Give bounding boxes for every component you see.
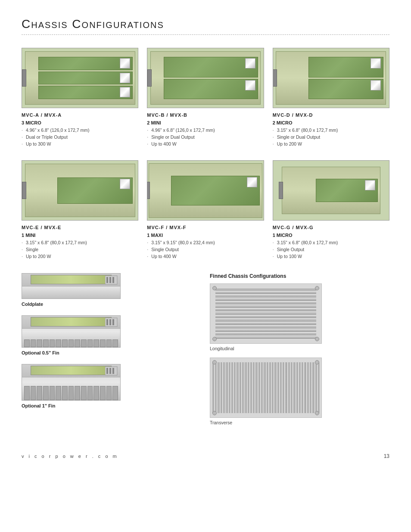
chassis-card-mvc-e: MVC-E / MVX-E 1 MINI 3.15" x 6.8" (80,0 …	[22, 160, 138, 260]
chassis-card-mvc-f: MVC-F / MVX-F 1 MAXI 3.15" x 9.15" (80,0…	[147, 160, 264, 260]
spec-item: Dual or Triple Output	[22, 134, 138, 141]
transverse-fins	[210, 358, 321, 417]
screw-br	[315, 337, 319, 341]
svg-rect-3	[112, 277, 114, 283]
chassis-model-mvc-f: MVC-F / MVX-F	[147, 225, 264, 230]
chassis-model-mvc-a: MVC-A / MVX-A	[22, 112, 138, 118]
screw-bl-2	[212, 411, 217, 415]
finned-transverse-label: Transverse	[210, 420, 389, 425]
optional-1-label: Optional 1" Fin	[22, 403, 201, 408]
spec-item: Up to 200 W	[273, 141, 389, 148]
spec-item: Single or Dual Output	[147, 134, 264, 141]
page-footer: v i c o r p o w e r . c o m 13	[22, 449, 389, 459]
coldplate-image	[22, 273, 121, 299]
finned-transverse-image	[210, 358, 322, 418]
coldplate-item: Coldplate	[22, 273, 201, 307]
spec-item: 4.96" x 6.8" (126,0 x 172,7 mm)	[22, 127, 138, 134]
optional-05-item: Optional 0.5" Fin	[22, 315, 201, 355]
finned-transverse-item: Transverse	[210, 358, 389, 425]
screw-tl-2	[212, 360, 217, 364]
svg-rect-11	[112, 368, 114, 374]
spec-item: Single	[22, 246, 138, 253]
chassis-model-mvc-g: MVC-G / MVX-G	[273, 225, 389, 230]
chassis-specs-mvc-f: 3.15" x 9.15" (80,0 x 232,4 mm) Single O…	[147, 240, 264, 260]
spec-item: 3.15" x 6.8" (80,0 x 172,7 mm)	[273, 240, 389, 246]
finned-section: Finned Chassis Configurations	[210, 273, 389, 432]
optional-05-image	[22, 315, 121, 348]
optional-1-image	[22, 364, 121, 401]
page-title: Chassis Configurations	[22, 17, 389, 35]
chassis-card-mvc-a: MVC-A / MVX-A 3 MICRO 4.96" x 6.8" (126,…	[22, 48, 138, 147]
coldplate-label: Coldplate	[22, 302, 201, 307]
finned-title: Finned Chassis Configurations	[210, 273, 389, 279]
longitudinal-fins	[210, 284, 321, 343]
chassis-type-mvc-g: 1 MICRO	[273, 233, 389, 238]
spec-item: Single or Dual Output	[273, 134, 389, 141]
screw-bl	[212, 337, 217, 341]
connector-svg-2	[105, 317, 118, 328]
chassis-card-mvc-g: MVC-G / MVX-G 1 MICRO 3.15" x 6.8" (80,0…	[273, 160, 389, 260]
spec-item: Up to 200 W	[22, 253, 138, 260]
svg-rect-7	[112, 319, 114, 325]
connector-svg	[105, 275, 118, 286]
spec-item: 3.15" x 6.8" (80,0 x 172,7 mm)	[273, 127, 389, 134]
coldplate-section: Coldplate	[22, 273, 201, 432]
spec-item: Up to 400 W	[147, 141, 264, 148]
svg-rect-6	[109, 319, 111, 325]
connector-svg-3	[105, 366, 118, 376]
chassis-type-mvc-e: 1 MINI	[22, 233, 138, 238]
chassis-specs-mvc-b: 4.96" x 6.8" (126,0 x 172,7 mm) Single o…	[147, 127, 264, 147]
finned-longitudinal-image	[210, 283, 322, 344]
screw-br-2	[315, 411, 319, 415]
svg-rect-10	[109, 368, 111, 374]
spec-item: 3.15" x 9.15" (80,0 x 232,4 mm)	[147, 240, 264, 246]
optional-05-label: Optional 0.5" Fin	[22, 350, 201, 355]
chassis-type-mvc-f: 1 MAXI	[147, 233, 264, 238]
chassis-type-mvc-a: 3 MICRO	[22, 120, 138, 125]
chassis-model-mvc-d: MVC-D / MVX-D	[273, 112, 389, 118]
spec-item: Single Output	[273, 246, 389, 253]
svg-rect-1	[106, 277, 108, 283]
spec-item: 4.96" x 6.8" (126,0 x 172,7 mm)	[147, 127, 264, 134]
spec-item: Up to 300 W	[22, 141, 138, 148]
chassis-image-mvc-f	[147, 160, 264, 221]
chassis-model-mvc-b: MVC-B / MVX-B	[147, 112, 264, 118]
chassis-type-mvc-b: 2 MINI	[147, 120, 264, 125]
svg-rect-9	[106, 368, 108, 374]
spec-item: Up to 100 W	[273, 253, 389, 260]
screw-tr	[315, 286, 319, 290]
chassis-card-mvc-b: MVC-B / MVX-B 2 MINI 4.96" x 6.8" (126,0…	[147, 48, 264, 147]
svg-rect-5	[106, 319, 108, 325]
spec-item: 3.15" x 6.8" (80,0 x 172,7 mm)	[22, 240, 138, 246]
finned-longitudinal-item: Longitudinal	[210, 283, 389, 351]
chassis-specs-mvc-g: 3.15" x 6.8" (80,0 x 172,7 mm) Single Ou…	[273, 240, 389, 260]
chassis-specs-mvc-d: 3.15" x 6.8" (80,0 x 172,7 mm) Single or…	[273, 127, 389, 147]
chassis-card-mvc-d: MVC-D / MVX-D 2 MICRO 3.15" x 6.8" (80,0…	[273, 48, 389, 147]
chassis-image-mvc-a	[22, 48, 138, 108]
optional-1-item: Optional 1" Fin	[22, 364, 201, 408]
screw-tr-2	[315, 360, 319, 364]
bottom-section: Coldplate	[22, 273, 389, 432]
chassis-image-mvc-d	[273, 48, 389, 108]
chassis-model-mvc-e: MVC-E / MVX-E	[22, 225, 138, 230]
chassis-image-mvc-b	[147, 48, 264, 108]
finned-longitudinal-label: Longitudinal	[210, 346, 389, 351]
spec-item: Up to 400 W	[147, 253, 264, 260]
chassis-image-mvc-e	[22, 160, 138, 221]
footer-url: v i c o r p o w e r . c o m	[22, 454, 118, 459]
chassis-specs-mvc-e: 3.15" x 6.8" (80,0 x 172,7 mm) Single Up…	[22, 240, 138, 260]
screw-tl	[212, 286, 217, 290]
footer-page: 13	[384, 453, 389, 459]
chassis-grid: MVC-A / MVX-A 3 MICRO 4.96" x 6.8" (126,…	[22, 48, 389, 260]
chassis-image-mvc-g	[273, 160, 389, 221]
chassis-specs-mvc-a: 4.96" x 6.8" (126,0 x 172,7 mm) Dual or …	[22, 127, 138, 147]
chassis-type-mvc-d: 2 MICRO	[273, 120, 389, 125]
spec-item: Single Output	[147, 246, 264, 253]
svg-rect-2	[109, 277, 111, 283]
